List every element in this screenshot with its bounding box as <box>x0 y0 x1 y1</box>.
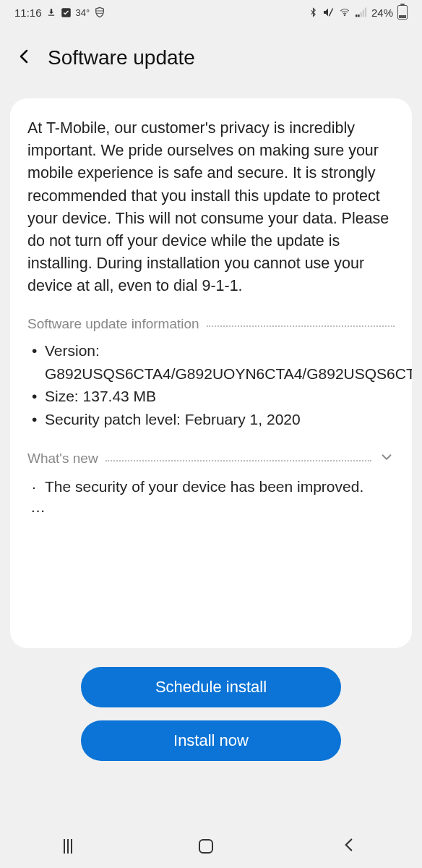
wifi-icon <box>338 7 351 17</box>
battery-icon <box>397 5 408 20</box>
mute-icon <box>322 7 334 18</box>
signal-icon <box>356 7 367 17</box>
more-ellipsis: … <box>27 498 395 516</box>
shield-icon <box>94 7 106 18</box>
checkbox-icon <box>61 7 72 18</box>
whatsnew-list: The security of your device has been imp… <box>27 475 395 498</box>
schedule-install-button[interactable]: Schedule install <box>81 667 341 707</box>
svg-rect-6 <box>363 10 364 17</box>
status-temp: 34° <box>76 7 90 18</box>
nav-bar <box>0 825 422 868</box>
page-title: Software update <box>48 46 195 69</box>
page-header: Software update <box>0 25 422 98</box>
update-card: At T-Mobile, our customer's privacy is i… <box>10 98 412 648</box>
svg-rect-4 <box>358 14 359 17</box>
info-section-header: Software update information <box>27 316 395 332</box>
bluetooth-icon <box>309 7 318 18</box>
download-icon <box>46 7 56 17</box>
info-section-title: Software update information <box>27 316 199 332</box>
recents-button[interactable] <box>64 839 72 854</box>
chevron-down-icon[interactable] <box>379 449 395 468</box>
whatsnew-title: What's new <box>27 451 98 467</box>
version-row: Version: G892USQS6CTA4/G892UOYN6CTA4/G89… <box>30 339 395 385</box>
status-time: 11:16 <box>14 7 42 19</box>
svg-rect-3 <box>356 14 357 17</box>
svg-rect-7 <box>365 8 366 17</box>
svg-line-1 <box>329 9 332 17</box>
button-row: Schedule install Install now <box>0 667 422 761</box>
back-nav-button[interactable] <box>340 835 358 857</box>
intro-text: At T-Mobile, our customer's privacy is i… <box>27 117 395 297</box>
back-icon[interactable] <box>16 48 33 68</box>
svg-rect-5 <box>360 12 361 17</box>
card-fade <box>10 619 412 648</box>
divider-dots <box>106 460 371 461</box>
divider-dots <box>207 326 395 327</box>
patch-row: Security patch level: February 1, 2020 <box>30 408 395 431</box>
info-list: Version: G892USQS6CTA4/G892UOYN6CTA4/G89… <box>27 339 395 430</box>
battery-percent: 24% <box>371 7 393 19</box>
install-now-button[interactable]: Install now <box>81 720 341 761</box>
whatsnew-item: The security of your device has been imp… <box>30 475 395 498</box>
size-row: Size: 137.43 MB <box>30 385 395 408</box>
whatsnew-header[interactable]: What's new <box>27 449 395 468</box>
home-button[interactable] <box>199 839 213 854</box>
svg-point-2 <box>344 14 345 15</box>
status-bar: 11:16 34° 24% <box>0 0 422 25</box>
